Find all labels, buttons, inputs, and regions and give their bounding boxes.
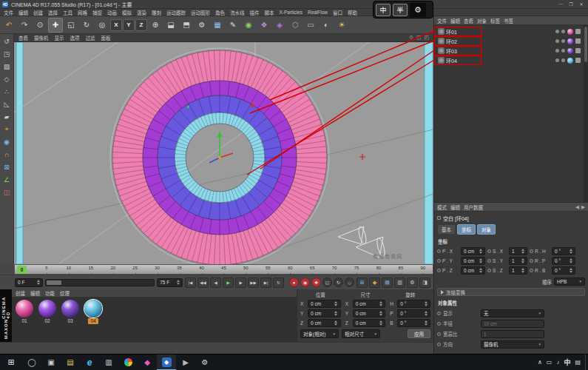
- quantize-icon[interactable]: ∠: [1, 174, 13, 185]
- rotation-order-dropdown[interactable]: HPB▼: [554, 278, 585, 286]
- menu-item[interactable]: 脚本: [265, 9, 274, 16]
- menu-item[interactable]: 捕捉: [92, 9, 102, 16]
- viewport-menu-item[interactable]: 摄像机: [34, 34, 49, 41]
- menu-item[interactable]: 选择: [48, 9, 58, 16]
- attribute-menu-item[interactable]: 用户数据: [464, 204, 483, 211]
- sx-field[interactable]: 1: [509, 247, 527, 255]
- editor-visibility-dot[interactable]: [555, 49, 559, 53]
- position-x-field[interactable]: 0 cm: [308, 300, 341, 308]
- loop-button[interactable]: ↻: [273, 278, 284, 288]
- axis-z-arrow[interactable]: [209, 158, 220, 163]
- points-mode-icon[interactable]: ∴: [1, 86, 13, 97]
- goto-start-button[interactable]: |◀: [185, 278, 196, 288]
- keyframe-dot[interactable]: [487, 259, 491, 263]
- menu-item[interactable]: 编辑: [18, 9, 28, 16]
- history-forward-icon[interactable]: ▶: [581, 204, 585, 210]
- menu-item[interactable]: 帮助: [348, 9, 357, 16]
- object-label[interactable]: 环04: [446, 57, 457, 64]
- axis-mode-icon[interactable]: ⌖: [1, 124, 13, 135]
- timeline-playhead[interactable]: 0: [17, 266, 27, 274]
- menu-item[interactable]: 雕刻: [152, 9, 161, 16]
- object-row[interactable]: ◎ 环04: [434, 56, 588, 65]
- attribute-control[interactable]: 摄像机 ▼: [481, 340, 544, 349]
- pz-field[interactable]: 0 cm: [461, 266, 485, 275]
- photos-icon[interactable]: [118, 354, 138, 370]
- material-menu-item[interactable]: 创建: [16, 289, 25, 297]
- material-menu-item[interactable]: 编辑: [30, 289, 40, 297]
- current-frame-field[interactable]: 0 F: [15, 278, 43, 287]
- floor-icon[interactable]: ▭: [303, 18, 318, 33]
- axis-x-arrow[interactable]: [220, 153, 233, 158]
- viewport-canvas[interactable]: 有棱有角网: [14, 42, 433, 264]
- camera-icon[interactable]: ◐: [319, 18, 334, 33]
- ime-half-width-button[interactable]: 半: [393, 4, 408, 16]
- x-axis-lock-button[interactable]: X: [110, 19, 122, 31]
- light-icon[interactable]: ☀: [334, 18, 349, 33]
- position-y-field[interactable]: 0 cm: [308, 309, 341, 317]
- record-scale-button[interactable]: ◱: [322, 278, 332, 287]
- keyframe-dot[interactable]: [437, 343, 441, 346]
- object-row[interactable]: ◎ 环02: [434, 36, 588, 46]
- c4d-icon[interactable]: ◆: [157, 354, 176, 370]
- undo-icon[interactable]: ↶: [1, 18, 16, 33]
- end-frame-field[interactable]: 75 F: [157, 278, 183, 287]
- snap-icon[interactable]: ∩: [1, 149, 13, 160]
- viewport-menu-item[interactable]: 过滤: [86, 34, 95, 41]
- search-icon[interactable]: ◯: [22, 354, 41, 370]
- freeze-transform-section[interactable]: 冻结变换: [437, 288, 585, 296]
- model-mode-icon[interactable]: ◳: [1, 48, 13, 59]
- end-frame-spinner[interactable]: [175, 280, 180, 285]
- coordinate-system-icon[interactable]: ⊕: [148, 18, 163, 33]
- add-cube-icon[interactable]: ▦: [210, 18, 225, 33]
- object-label[interactable]: 环02: [446, 38, 457, 45]
- task-view-icon[interactable]: ▣: [41, 354, 61, 370]
- attribute-menu-item[interactable]: 编辑: [450, 204, 460, 211]
- store-icon[interactable]: ▥: [99, 354, 118, 370]
- media-icon[interactable]: ▶: [176, 354, 195, 370]
- maximize-button[interactable]: ❐: [566, 1, 576, 7]
- viewport-menu-item[interactable]: 查看: [18, 34, 28, 41]
- material-item[interactable]: 04: [84, 300, 103, 324]
- sy-field[interactable]: 1: [509, 257, 527, 265]
- render-picture-viewer-icon[interactable]: ⬒: [179, 18, 194, 33]
- attribute-control[interactable]: 1 ▼: [481, 330, 544, 338]
- cyan-plane-right[interactable]: [425, 42, 433, 264]
- next-frame-button[interactable]: ▶: [235, 278, 246, 288]
- menu-item[interactable]: 运动图形: [191, 9, 210, 16]
- object-row[interactable]: ◎ 环03: [434, 46, 588, 56]
- menu-item[interactable]: 网格: [78, 9, 87, 16]
- close-button[interactable]: ✕: [576, 1, 587, 7]
- menu-item[interactable]: 创建: [33, 9, 43, 16]
- timeline-expand-icon[interactable]: ◨: [419, 278, 430, 288]
- volume-icon[interactable]: ♪: [556, 359, 559, 366]
- editor-visibility-dot[interactable]: [555, 30, 559, 33]
- rh-field[interactable]: 0 °: [552, 247, 575, 255]
- material-tag-icon[interactable]: [567, 58, 573, 64]
- sz-field[interactable]: 1: [509, 266, 527, 275]
- prev-frame-button[interactable]: ◀: [210, 278, 221, 288]
- menu-item[interactable]: 渲染: [137, 9, 146, 16]
- edge-icon[interactable]: e: [80, 354, 99, 370]
- keyframe-dot[interactable]: [437, 249, 441, 253]
- keyframe-selection-icon[interactable]: ◆: [369, 278, 380, 288]
- object-row[interactable]: ◎ 环01: [434, 27, 588, 36]
- rotate-tool-icon[interactable]: ↻: [79, 18, 94, 33]
- material-item[interactable]: 03: [61, 300, 80, 324]
- menu-item[interactable]: 运动跟踪: [166, 9, 186, 16]
- autokey-button[interactable]: ◉: [300, 278, 310, 287]
- action-center-icon[interactable]: ▤: [575, 359, 581, 366]
- coord-size-dropdown[interactable]: 相对尺寸▼: [342, 329, 380, 338]
- keyframe-dot[interactable]: [530, 249, 533, 253]
- deformer-icon[interactable]: ◈: [272, 18, 287, 33]
- viewport-split-icon[interactable]: ◱: [416, 35, 422, 41]
- editor-visibility-dot[interactable]: [555, 39, 559, 43]
- menu-item[interactable]: X-Particles: [280, 10, 303, 15]
- ime-settings-gear-icon[interactable]: ⚙: [410, 3, 426, 17]
- render-visibility-dot[interactable]: [561, 49, 565, 53]
- menu-item[interactable]: 插件: [250, 9, 260, 16]
- record-rotation-button[interactable]: ↻: [334, 278, 343, 287]
- timeline-options-icon[interactable]: ⚙: [407, 278, 418, 288]
- material-tag-icon[interactable]: [567, 38, 573, 44]
- viewport-menu-item[interactable]: 显示: [55, 34, 64, 41]
- py-field[interactable]: 0 cm: [461, 257, 485, 265]
